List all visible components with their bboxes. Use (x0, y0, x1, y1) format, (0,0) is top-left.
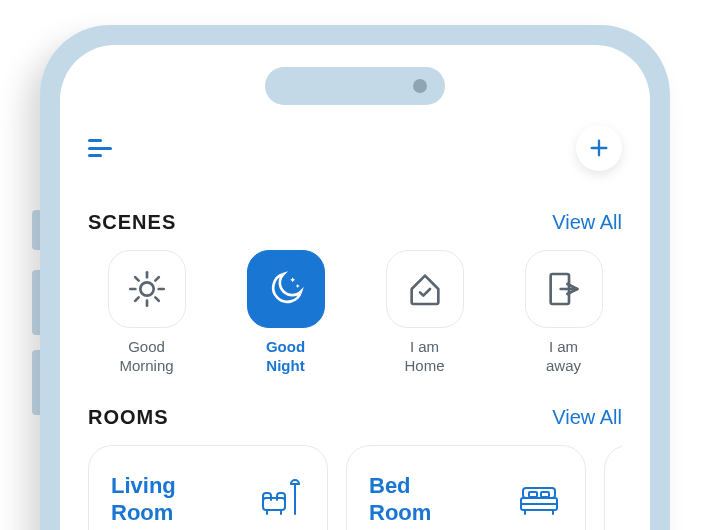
menu-button[interactable] (88, 139, 112, 157)
notch (265, 67, 445, 105)
scene-icon-box (108, 250, 186, 328)
room-dining-room[interactable]: Dining Room (604, 445, 622, 531)
svg-line-8 (155, 297, 159, 301)
scene-i-am-home[interactable]: I am Home (366, 250, 483, 376)
scene-i-am-away[interactable]: I am away (505, 250, 622, 376)
svg-line-10 (155, 277, 159, 281)
bed-icon (515, 474, 563, 526)
plus-icon (588, 137, 610, 159)
scene-good-morning[interactable]: Good Morning (88, 250, 205, 376)
home-icon (405, 269, 445, 309)
scene-icon-box (525, 250, 603, 328)
scene-icon-box (386, 250, 464, 328)
menu-icon (88, 139, 102, 142)
scenes-view-all[interactable]: View All (552, 211, 622, 234)
svg-point-2 (140, 282, 153, 295)
phone-side-button (32, 210, 40, 250)
camera-dot (413, 79, 427, 93)
sun-icon (127, 269, 167, 309)
room-label: Living Room (111, 473, 176, 526)
phone-side-button (32, 270, 40, 335)
moon-icon (266, 269, 306, 309)
rooms-header: ROOMS View All (88, 406, 622, 429)
scene-label: Good Morning (119, 338, 173, 376)
room-living-room[interactable]: Living Room (88, 445, 328, 531)
rooms-title: ROOMS (88, 406, 169, 429)
scenes-row: Good Morning Good Night (88, 250, 622, 376)
phone-side-button (32, 350, 40, 415)
svg-rect-17 (523, 488, 555, 498)
svg-rect-13 (263, 498, 285, 510)
scene-good-night[interactable]: Good Night (227, 250, 344, 376)
scenes-title: SCENES (88, 211, 176, 234)
rooms-row: Living Room Bed Room (88, 445, 622, 531)
scene-icon-box (247, 250, 325, 328)
phone-screen: SCENES View All Good Morning (60, 45, 650, 530)
sofa-icon (257, 474, 305, 526)
svg-line-9 (135, 297, 139, 301)
scene-label: I am Home (404, 338, 444, 376)
scene-label: I am away (546, 338, 581, 376)
room-label: Bed Room (369, 473, 431, 526)
scenes-header: SCENES View All (88, 211, 622, 234)
away-icon (544, 269, 584, 309)
svg-line-7 (135, 277, 139, 281)
room-bed-room[interactable]: Bed Room (346, 445, 586, 531)
top-bar (88, 125, 622, 171)
rooms-view-all[interactable]: View All (552, 406, 622, 429)
scene-label: Good Night (266, 338, 305, 376)
svg-rect-22 (529, 492, 537, 497)
phone-frame: SCENES View All Good Morning (40, 25, 670, 530)
svg-rect-23 (541, 492, 549, 497)
add-button[interactable] (576, 125, 622, 171)
